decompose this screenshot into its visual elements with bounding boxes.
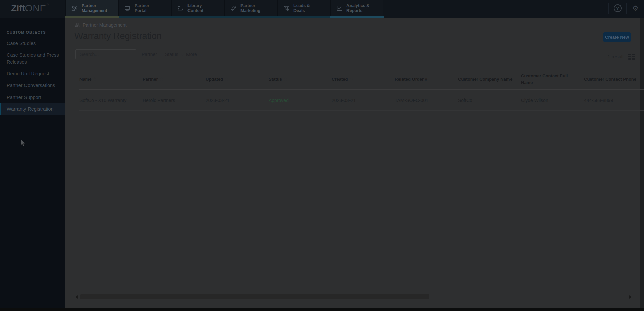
rocket-icon (230, 5, 237, 12)
filter-status-label: Status (165, 52, 178, 57)
cell-related-order: TAM-SOFC-001 (395, 98, 458, 103)
column-header-status[interactable]: Status (269, 76, 332, 83)
cell-created: 2023-03-21 (332, 98, 395, 103)
tab-label: LibraryContent (187, 3, 203, 13)
search-box: ✕ (75, 49, 136, 59)
tab-partner-portal[interactable]: PartnerPortal (118, 0, 171, 16)
filter-more-dropdown[interactable]: More (186, 49, 202, 59)
scroll-right-arrow[interactable] (629, 295, 632, 299)
filter-partner-dropdown[interactable]: Partner (142, 49, 162, 59)
column-header-related-order: Related Order # (395, 76, 458, 83)
column-header-customer-contact-full-name: Customer Contact Full Name (521, 73, 584, 86)
cell-name: SoftCo - X10 Warranty (79, 98, 143, 103)
sidebar-item-partner-support[interactable]: Partner Support (0, 91, 65, 103)
help-button[interactable]: ? (609, 4, 626, 12)
sort-desc-icon (350, 78, 353, 80)
sort-both-icon (93, 77, 96, 81)
column-header-name[interactable]: Name (79, 76, 143, 83)
filter-more-label: More (186, 52, 197, 57)
cell-partner: Heroic Partners (143, 98, 206, 103)
page-title: Warranty Registration (74, 31, 162, 41)
help-icon: ? (614, 4, 622, 12)
sort-both-icon (225, 77, 228, 81)
right-edge-shade (640, 18, 644, 308)
tab-label: Leads &Deals (293, 3, 310, 13)
tab-partner-management[interactable]: PartnerManagement (65, 0, 118, 16)
sidebar-item-demo-unit-request[interactable]: Demo Unit Request (0, 68, 65, 80)
chevron-down-icon (200, 52, 203, 56)
brand-logo-zift: Zift (11, 3, 25, 14)
line-chart-icon (336, 5, 343, 12)
sidebar-item-case-studies[interactable]: Case Studies (0, 38, 65, 49)
list-view-toggle-icon[interactable] (628, 54, 635, 60)
tab-label: PartnerMarketing (240, 3, 260, 13)
column-header-partner[interactable]: Partner (143, 76, 206, 83)
filter-row: ✕ Partner Status More (65, 49, 644, 59)
gear-icon: ⚙ (632, 4, 639, 12)
nav-utility-area: ? ⚙ (608, 0, 644, 16)
tab-partner-marketing[interactable]: PartnerMarketing (224, 0, 277, 16)
people-group-icon (71, 5, 78, 12)
top-nav: Zift ONE ™ PartnerManagement PartnerPort (0, 0, 644, 18)
funnel-dollar-icon (283, 5, 290, 12)
settings-button[interactable]: ⚙ (627, 4, 644, 12)
filter-partner-label: Partner (142, 52, 157, 57)
sidebar-item-partner-conversations[interactable]: Partner Conversations (0, 80, 65, 91)
brand-logo[interactable]: Zift ONE ™ (11, 0, 49, 16)
scroll-left-arrow[interactable] (75, 295, 78, 299)
search-input[interactable] (76, 52, 143, 57)
sort-both-icon (284, 77, 287, 81)
results-bar: 1 result (607, 54, 635, 60)
filter-status-dropdown[interactable]: Status (165, 49, 184, 59)
column-header-updated[interactable]: Updated (206, 76, 269, 83)
table-row[interactable]: SoftCo - X10 Warranty Heroic Partners 20… (79, 90, 644, 111)
table-header-row: Name Partner Updated Status Created (79, 70, 644, 90)
cell-customer-contact: Clyde Wilson (521, 98, 584, 103)
folder-icon (177, 5, 184, 12)
cell-customer-phone: 444-588-8899 (584, 98, 644, 103)
brand-logo-one: ONE (25, 3, 47, 14)
monitor-icon (124, 5, 131, 12)
cell-customer-company: SoftCo (458, 98, 521, 103)
tab-label: PartnerManagement (82, 3, 107, 13)
sidebar: CUSTOM OBJECTS Case Studies Case Studies… (0, 18, 65, 308)
column-header-customer-contact-phone: Customer Contact Phone (584, 76, 644, 83)
sort-both-icon (160, 77, 163, 81)
trademark-symbol: ™ (46, 3, 49, 6)
tab-library-content[interactable]: LibraryContent (171, 0, 224, 16)
column-header-created[interactable]: Created (332, 76, 395, 83)
sidebar-item-warranty-registration[interactable]: Warranty Registration (0, 103, 65, 115)
tab-leads-deals[interactable]: Leads &Deals (277, 0, 330, 16)
warranty-table: Name Partner Updated Status Created (79, 70, 644, 111)
breadcrumb-label: Partner Management (83, 22, 127, 28)
people-group-icon (75, 22, 80, 28)
cell-status-badge: Approved (269, 98, 332, 103)
breadcrumb[interactable]: Partner Management (75, 22, 127, 28)
primary-nav-tabs: PartnerManagement PartnerPortal LibraryC… (65, 0, 383, 16)
app-window: Zift ONE ™ PartnerManagement PartnerPort (0, 0, 644, 311)
window-bottom-edge (0, 308, 644, 311)
column-header-customer-company-name: Customer Company Name (458, 76, 521, 83)
sidebar-item-case-studies-press-releases[interactable]: Case Studies and Press Releases (0, 49, 65, 68)
main-content: Partner Management Warranty Registration… (65, 18, 644, 308)
chevron-down-icon (160, 52, 163, 56)
tab-analytics-reports[interactable]: Analytics &Reports (330, 0, 383, 16)
results-count: 1 result (607, 54, 624, 59)
chevron-down-icon (181, 52, 184, 56)
sidebar-section-title: CUSTOM OBJECTS (0, 18, 65, 38)
tab-label: Analytics &Reports (346, 3, 369, 13)
tab-label: PartnerPortal (135, 3, 149, 13)
create-new-button[interactable]: Create New (603, 32, 631, 42)
horizontal-scrollbar-thumb[interactable] (80, 294, 429, 299)
cell-updated: 2023-03-21 (206, 98, 269, 103)
